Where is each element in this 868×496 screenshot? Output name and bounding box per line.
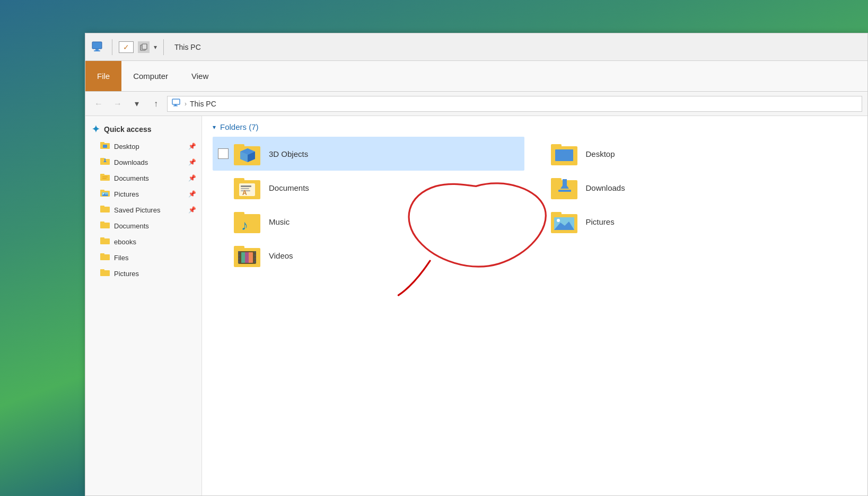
- breadcrumb-thispc: This PC: [190, 100, 216, 108]
- folder-documents2-icon: [100, 220, 110, 231]
- sidebar-label-pictures: Pictures: [114, 190, 139, 198]
- svg-rect-59: [254, 258, 256, 260]
- icon-documents: A: [234, 175, 261, 200]
- sidebar-label-pictures2: Pictures: [114, 270, 139, 278]
- pin-icon-saved-pictures: 📌: [188, 206, 196, 214]
- checkbox-3dobjects[interactable]: [218, 148, 229, 159]
- folder-row-documents[interactable]: A Documents: [213, 171, 524, 205]
- svg-text:A: A: [242, 189, 247, 197]
- svg-rect-54: [238, 254, 240, 256]
- svg-rect-35: [234, 144, 244, 148]
- sidebar-item-files[interactable]: Files: [85, 250, 201, 265]
- address-path[interactable]: › This PC: [167, 96, 862, 112]
- svg-rect-53: [238, 251, 240, 253]
- svg-rect-66: [555, 149, 573, 161]
- quick-access-header[interactable]: ✦ Quick access: [85, 120, 201, 138]
- sidebar-label-documents2: Documents: [114, 222, 149, 230]
- label-right-desktop: Desktop: [586, 149, 615, 158]
- svg-rect-31: [100, 253, 104, 255]
- folder-row-right-desktop[interactable]: Desktop: [546, 137, 857, 171]
- svg-rect-5: [172, 99, 180, 104]
- sidebar-item-pictures2[interactable]: Pictures: [85, 265, 201, 281]
- sidebar-item-desktop[interactable]: Desktop 📌: [85, 138, 201, 154]
- icon-right-desktop: [551, 141, 578, 166]
- star-icon: ✦: [92, 123, 100, 135]
- copy-button[interactable]: [138, 41, 150, 53]
- tab-computer[interactable]: Computer: [121, 61, 180, 91]
- pin-icon-documents: 📌: [188, 174, 196, 182]
- icon-3dobjects: [234, 141, 261, 166]
- svg-rect-33: [100, 269, 104, 271]
- back-button[interactable]: ←: [91, 96, 107, 112]
- address-bar: ← → ▾ ↑ › This PC: [85, 92, 867, 116]
- folder-row-music[interactable]: ♪ Music: [213, 205, 524, 238]
- folder-row-3dobjects[interactable]: 3D Objects: [213, 137, 524, 171]
- window-title: This PC: [174, 43, 201, 51]
- svg-rect-14: [104, 158, 106, 162]
- svg-rect-18: [102, 178, 107, 179]
- svg-rect-42: [239, 183, 255, 196]
- svg-rect-62: [241, 252, 245, 263]
- sidebar-label-desktop: Desktop: [114, 143, 139, 150]
- folders-section-header[interactable]: ▾ Folders (7): [213, 122, 857, 131]
- folder-pictures2-icon: [100, 268, 110, 279]
- label-music: Music: [269, 217, 290, 226]
- folder-saved-pictures-icon: [100, 205, 110, 215]
- pin-icon-downloads: 📌: [188, 158, 196, 166]
- section-chevron: ▾: [213, 123, 216, 131]
- svg-rect-41: [234, 178, 244, 182]
- folder-row-right-pictures[interactable]: Pictures: [546, 205, 857, 238]
- folder-row-videos[interactable]: Videos: [213, 238, 524, 272]
- label-3dobjects: 3D Objects: [269, 149, 308, 158]
- svg-rect-0: [92, 42, 102, 49]
- label-documents: Documents: [269, 183, 309, 192]
- sidebar-item-pictures[interactable]: Pictures 📌: [85, 186, 201, 202]
- sidebar-item-downloads[interactable]: Downloads 📌: [85, 154, 201, 170]
- svg-point-23: [103, 193, 104, 194]
- folder-ebooks-icon: [100, 236, 110, 247]
- sidebar: ✦ Quick access Desktop 📌: [85, 116, 202, 495]
- sidebar-label-saved-pictures: Saved Pictures: [114, 206, 160, 214]
- tab-file[interactable]: File: [85, 61, 121, 91]
- dropdown-button[interactable]: ▾: [129, 96, 145, 112]
- sidebar-item-ebooks[interactable]: ebooks: [85, 234, 201, 250]
- svg-rect-10: [103, 145, 107, 148]
- folder-pictures-icon: [100, 189, 110, 199]
- sidebar-item-documents[interactable]: Documents 📌: [85, 170, 201, 186]
- svg-rect-29: [100, 237, 104, 240]
- icon-right-pictures: [551, 209, 578, 234]
- quick-access-label: Quick access: [104, 125, 152, 134]
- label-videos: Videos: [269, 251, 293, 260]
- title-bar: ✓ ▾ This PC: [85, 33, 867, 61]
- ribbon: File Computer View: [85, 61, 867, 92]
- up-button[interactable]: ↑: [148, 96, 164, 112]
- svg-rect-56: [238, 261, 240, 263]
- svg-rect-55: [238, 258, 240, 260]
- forward-button[interactable]: →: [110, 96, 126, 112]
- folder-files-icon: [100, 252, 110, 263]
- folder-downloads-icon: [100, 157, 110, 167]
- folder-row-right-downloads[interactable]: Downloads: [546, 171, 857, 205]
- sidebar-item-saved-pictures[interactable]: Saved Pictures 📌: [85, 202, 201, 218]
- label-right-downloads: Downloads: [586, 183, 625, 192]
- folder-documents-icon: [100, 173, 110, 183]
- check-button[interactable]: ✓: [119, 41, 134, 53]
- folders-layout: 3D Objects A: [213, 137, 857, 272]
- icon-music: ♪: [234, 209, 261, 234]
- titlebar-dropdown[interactable]: ▾: [154, 43, 157, 51]
- svg-rect-27: [100, 222, 104, 224]
- svg-rect-16: [100, 174, 104, 176]
- svg-rect-1: [95, 49, 99, 50]
- titlebar-divider2: [163, 39, 164, 55]
- sidebar-label-files: Files: [114, 254, 128, 262]
- svg-rect-2: [94, 50, 100, 51]
- pin-icon-pictures: 📌: [188, 190, 196, 198]
- folders-right-col: Desktop Downloads: [524, 137, 857, 272]
- svg-rect-48: [234, 212, 244, 216]
- tab-view[interactable]: View: [180, 61, 220, 91]
- svg-rect-57: [254, 251, 256, 253]
- sidebar-item-documents2[interactable]: Documents: [85, 218, 201, 234]
- svg-rect-17: [102, 176, 108, 178]
- folders-left-col: 3D Objects A: [213, 137, 524, 272]
- svg-rect-7: [173, 105, 178, 107]
